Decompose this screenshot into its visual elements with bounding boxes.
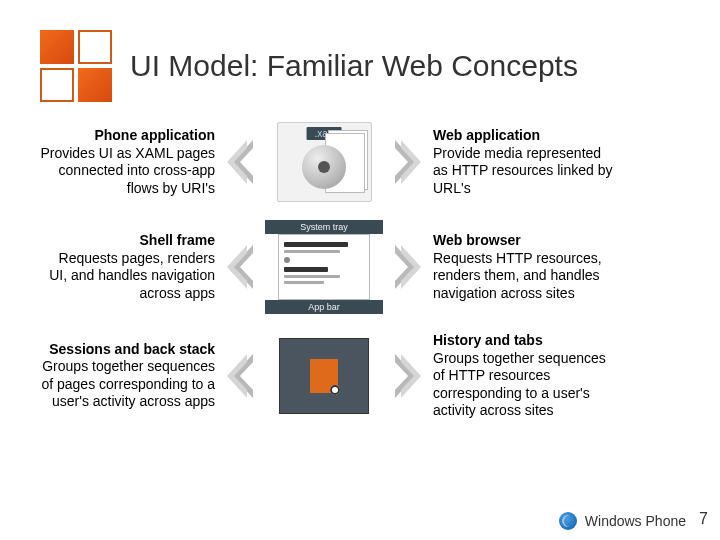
arrow-left-icon [225, 237, 255, 297]
brand-label: Windows Phone [585, 513, 686, 529]
xap-package-icon: .xap [277, 122, 372, 202]
right-text-2: Web browser Requests HTTP resources, ren… [433, 232, 613, 302]
arrow-right-icon [393, 346, 423, 406]
left-head-3: Sessions and back stack [49, 341, 215, 357]
right-body-2: Requests HTTP resources, renders them, a… [433, 250, 602, 301]
right-body-1: Provide media represented as HTTP resour… [433, 145, 612, 196]
row-3: Sessions and back stack Groups together … [40, 332, 680, 420]
windows-phone-icon [559, 512, 577, 530]
header: UI Model: Familiar Web Concepts [40, 30, 680, 102]
tab-stack-icon [279, 338, 369, 414]
footer-brand: Windows Phone [559, 512, 686, 530]
arrow-left-icon [225, 132, 255, 192]
right-head-2: Web browser [433, 232, 521, 248]
app-bar-label: App bar [265, 300, 383, 314]
left-head-1: Phone application [94, 127, 215, 143]
left-body-1: Provides UI as XAML pages connected into… [40, 145, 215, 196]
right-text-3: History and tabs Groups together sequenc… [433, 332, 613, 420]
left-body-2: Requests pages, renders UI, and handles … [49, 250, 215, 301]
right-head-3: History and tabs [433, 332, 543, 348]
arrow-right-icon [393, 237, 423, 297]
right-head-1: Web application [433, 127, 540, 143]
center-illustration-3 [265, 338, 383, 414]
row-1: Phone application Provides UI as XAML pa… [40, 122, 680, 202]
center-illustration-1: .xap [265, 122, 383, 202]
left-body-3: Groups together sequences of pages corre… [41, 358, 215, 409]
logo-icon [40, 30, 112, 102]
left-text-2: Shell frame Requests pages, renders UI, … [40, 232, 215, 302]
right-body-3: Groups together sequences of HTTP resour… [433, 350, 606, 419]
row-2: Shell frame Requests pages, renders UI, … [40, 220, 680, 314]
phone-screenshot-icon [278, 234, 370, 300]
page-number: 7 [699, 510, 708, 528]
left-head-2: Shell frame [140, 232, 215, 248]
system-tray-label: System tray [265, 220, 383, 234]
center-illustration-2: System tray App bar [265, 220, 383, 314]
content-rows: Phone application Provides UI as XAML pa… [40, 122, 680, 420]
left-text-3: Sessions and back stack Groups together … [40, 341, 215, 411]
slide: UI Model: Familiar Web Concepts Phone ap… [0, 0, 720, 540]
right-text-1: Web application Provide media represente… [433, 127, 613, 197]
left-text-1: Phone application Provides UI as XAML pa… [40, 127, 215, 197]
arrow-right-icon [393, 132, 423, 192]
arrow-left-icon [225, 346, 255, 406]
page-title: UI Model: Familiar Web Concepts [130, 49, 578, 83]
